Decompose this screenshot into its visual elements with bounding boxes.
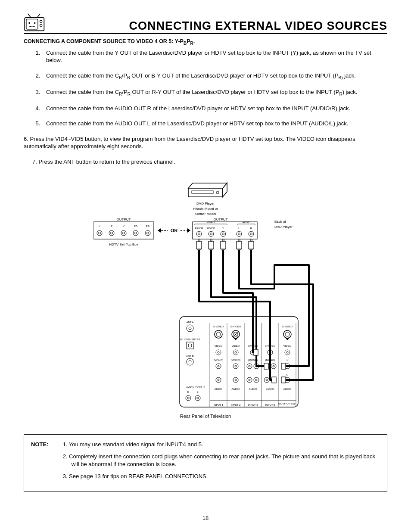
svg-point-31 xyxy=(250,233,252,235)
svg-rect-111 xyxy=(272,377,276,383)
svg-point-57 xyxy=(197,397,199,398)
svg-point-22 xyxy=(196,231,202,236)
text: jack. xyxy=(343,72,356,79)
subscript: B) xyxy=(339,75,343,80)
svg-point-65 xyxy=(215,330,222,338)
svg-point-102 xyxy=(255,379,257,381)
svg-point-80 xyxy=(286,352,288,353)
instruction-list: Connect the cable from the Y OUT of the … xyxy=(24,49,387,128)
diagram-label: OUTPUT xyxy=(214,218,228,221)
svg-point-99 xyxy=(247,377,252,383)
svg-point-86 xyxy=(249,365,250,367)
svg-point-69 xyxy=(283,330,291,338)
svg-point-23 xyxy=(198,233,200,235)
diagram-label: Back of xyxy=(274,220,286,224)
svg-point-97 xyxy=(233,377,238,383)
svg-point-95 xyxy=(216,377,221,383)
diagram-label: DVD Player xyxy=(274,225,293,229)
svg-point-26 xyxy=(221,231,226,236)
port-label: L xyxy=(238,227,240,230)
svg-point-54 xyxy=(186,395,191,401)
subscript: R xyxy=(339,91,342,96)
step-2: Connect the cable from the CB/PB OUT or … xyxy=(42,72,387,81)
svg-point-56 xyxy=(195,395,200,401)
svg-rect-113 xyxy=(281,377,286,383)
text: Connect the cable from the C xyxy=(46,72,119,79)
port-label: AUDIO TO HI-FI xyxy=(186,386,205,388)
port-label: S-VIDEO xyxy=(230,325,241,328)
svg-point-5 xyxy=(34,22,36,24)
port-label: PB xyxy=(134,225,137,227)
svg-rect-47 xyxy=(180,317,298,407)
svg-point-72 xyxy=(218,352,219,353)
svg-point-84 xyxy=(235,365,237,367)
svg-point-49 xyxy=(189,327,191,330)
svg-point-79 xyxy=(285,350,290,355)
port-label: (MONO) xyxy=(214,359,224,361)
diagram-label: DVD Player xyxy=(196,202,215,205)
port-label: L xyxy=(99,225,100,227)
svg-point-74 xyxy=(235,352,237,353)
svg-point-85 xyxy=(247,364,252,369)
svg-point-104 xyxy=(266,379,268,381)
svg-rect-35 xyxy=(209,241,214,249)
port-group-label: AUDIO xyxy=(242,221,250,224)
port-label: L xyxy=(197,391,199,393)
svg-point-101 xyxy=(254,377,259,383)
diagram-label: Similar Model xyxy=(195,212,216,216)
svg-point-96 xyxy=(218,379,219,381)
svg-point-28 xyxy=(237,231,242,236)
svg-rect-109 xyxy=(264,363,268,369)
port-label: AUDIO xyxy=(249,388,257,390)
tv-logo-icon xyxy=(24,13,47,32)
port-label: L xyxy=(286,359,288,361)
step-4: Connect the cable from the AUDIO OUT R o… xyxy=(42,105,387,112)
note-item-1: 1. You may use standard video signal for… xyxy=(63,441,377,448)
port-label: R xyxy=(250,227,252,230)
step-7: 7. Press the ANT button to return to the… xyxy=(24,158,387,166)
port-label: Y xyxy=(123,225,125,227)
subscript: B xyxy=(127,75,130,80)
svg-point-71 xyxy=(216,350,221,355)
port-label: INPUT 2 xyxy=(231,404,241,406)
port-label: INPUT 4 xyxy=(248,404,258,406)
note-box: NOTE: 1. You may use standard video sign… xyxy=(24,434,387,492)
svg-point-55 xyxy=(187,397,189,398)
step-6: 6. Press the VID4~VID5 button, to view t… xyxy=(24,135,387,150)
svg-point-13 xyxy=(121,230,126,236)
svg-point-82 xyxy=(218,365,219,367)
svg-point-18 xyxy=(147,232,149,234)
subscript: R xyxy=(128,91,131,96)
svg-rect-42 xyxy=(238,239,240,241)
svg-point-52 xyxy=(187,358,193,365)
section-heading: CONNECTING A COMPONENT SOURCE TO VIDEO 4… xyxy=(24,38,387,46)
note-item-3: 3. See page 13 for tips on REAR PANEL CO… xyxy=(63,473,377,480)
svg-point-103 xyxy=(264,377,269,383)
port-group-label: VIDEO xyxy=(207,221,215,224)
port-label: MONITOR OUT xyxy=(278,402,297,405)
diagram-caption: Rear Panel of Television xyxy=(180,414,231,419)
svg-point-30 xyxy=(249,231,254,236)
diagram-label: Hitachi Model or xyxy=(193,207,218,211)
svg-point-48 xyxy=(187,325,193,332)
note-item-2: 2. Completely insert the connection cord… xyxy=(63,453,377,468)
svg-point-27 xyxy=(222,233,224,235)
svg-rect-36 xyxy=(210,239,212,241)
text: ) jack. xyxy=(342,89,358,95)
port-label: TO CONVERTER xyxy=(180,338,200,341)
svg-rect-1 xyxy=(26,19,38,29)
svg-rect-21 xyxy=(193,222,257,239)
section-head-text: CONNECTING A COMPONENT SOURCE TO VIDEO 4… xyxy=(24,38,184,44)
svg-point-91 xyxy=(271,364,276,369)
port-label: VIDEO xyxy=(283,345,292,347)
subscript: B xyxy=(119,75,122,80)
step-5: Connect the cable from the AUDIO OUT L o… xyxy=(42,120,387,128)
text: OUT or R-Y OUT of the Laserdisc/DVD play… xyxy=(131,89,339,95)
svg-point-2 xyxy=(40,20,42,22)
section-head-text: . xyxy=(193,38,195,44)
svg-point-14 xyxy=(123,232,125,234)
port-label: PR xyxy=(146,225,150,227)
svg-point-3 xyxy=(40,24,42,26)
svg-rect-38 xyxy=(221,241,226,249)
svg-point-51 xyxy=(188,344,192,347)
